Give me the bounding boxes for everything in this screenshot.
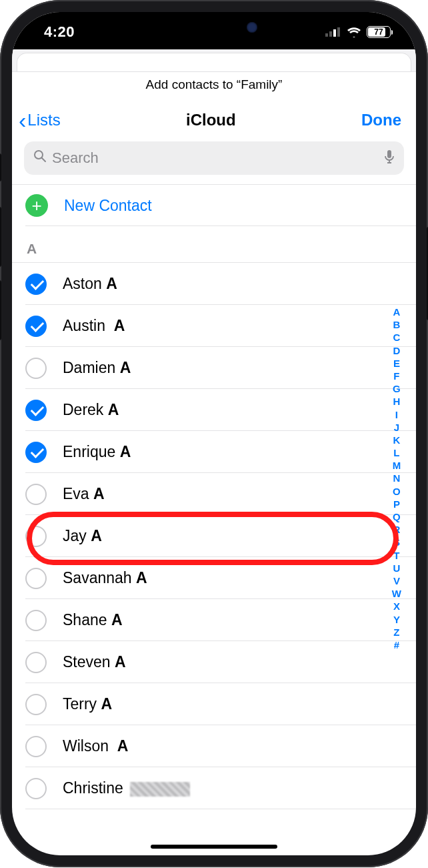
chevron-left-icon: ‹ <box>19 113 26 127</box>
index-letter[interactable]: P <box>393 498 400 510</box>
contacts-list: + New Contact A Aston AAustin ADamien AD… <box>12 184 416 809</box>
index-letter[interactable]: S <box>393 536 400 548</box>
plus-icon: + <box>25 194 48 217</box>
contact-row[interactable]: Damien A <box>12 347 416 389</box>
contact-name-label: Derek A <box>63 401 119 419</box>
status-right: 77 <box>325 26 391 38</box>
index-letter[interactable]: W <box>392 587 401 600</box>
checkmark-empty-icon[interactable] <box>25 778 47 799</box>
index-letter[interactable]: H <box>393 395 400 408</box>
dictate-icon[interactable] <box>384 149 395 167</box>
contact-row[interactable]: Austin A <box>12 305 416 347</box>
sheet-background-card <box>12 49 416 72</box>
index-letter[interactable]: D <box>393 344 400 357</box>
search-field[interactable]: Search <box>24 141 404 175</box>
camera-dot <box>247 22 257 33</box>
new-contact-row[interactable]: + New Contact <box>12 184 416 226</box>
contact-name-label: Steven A <box>63 653 126 671</box>
checkmark-selected-icon[interactable] <box>25 442 47 463</box>
index-letter[interactable]: O <box>393 485 401 498</box>
checkmark-empty-icon[interactable] <box>25 526 47 547</box>
checkmark-empty-icon[interactable] <box>25 568 47 589</box>
index-letter[interactable]: A <box>393 306 400 318</box>
index-letter[interactable]: Y <box>393 613 400 626</box>
index-letter[interactable]: C <box>393 331 400 344</box>
device-frame: 4:20 77 Add co <box>0 0 428 867</box>
index-letter[interactable]: V <box>393 574 400 587</box>
home-indicator[interactable] <box>151 845 277 849</box>
search-placeholder: Search <box>52 149 379 167</box>
index-letter[interactable]: X <box>393 600 400 612</box>
svg-line-5 <box>42 158 45 161</box>
index-letter[interactable]: F <box>393 370 399 382</box>
cellular-icon <box>325 27 341 37</box>
contact-name-label: Wilson A <box>63 737 128 755</box>
contact-name-label: Terry A <box>63 695 112 713</box>
side-button-silence <box>0 153 1 181</box>
checkmark-empty-icon[interactable] <box>25 736 47 757</box>
index-letter[interactable]: T <box>393 549 399 562</box>
index-letter[interactable]: Q <box>393 510 401 523</box>
battery-percent: 77 <box>374 27 383 37</box>
contact-row[interactable]: Eva A <box>12 473 416 515</box>
svg-rect-2 <box>333 29 336 37</box>
index-letter[interactable]: L <box>393 446 399 459</box>
contact-row[interactable]: Enrique A <box>12 431 416 473</box>
back-button[interactable]: ‹ Lists <box>19 111 61 129</box>
index-letter[interactable]: U <box>393 562 400 574</box>
index-letter[interactable]: N <box>393 472 400 484</box>
contact-row[interactable]: Aston A <box>12 263 416 305</box>
side-button-volume-up <box>0 207 1 267</box>
index-letter[interactable]: G <box>393 382 401 395</box>
alphabet-index[interactable]: ABCDEFGHIJKLMNOPQRSTUVWXYZ# <box>392 306 401 651</box>
contact-row[interactable]: Derek A <box>12 389 416 431</box>
wifi-icon <box>347 27 361 37</box>
contact-name-label: Aston A <box>63 275 117 293</box>
contact-row[interactable]: Terry A <box>12 683 416 725</box>
contact-row[interactable]: Savannah A <box>12 557 416 599</box>
contact-row[interactable]: Christine <box>12 767 416 809</box>
dynamic-island <box>157 13 271 41</box>
contact-name-label: Shane A <box>63 611 123 629</box>
checkmark-empty-icon[interactable] <box>25 610 47 631</box>
navigation-bar: ‹ Lists iCloud Done <box>12 107 416 141</box>
svg-rect-3 <box>337 27 340 37</box>
checkmark-selected-icon[interactable] <box>25 316 47 337</box>
sheet-title: Add contacts to “Family” <box>12 72 416 107</box>
contact-name-label: Damien A <box>63 359 131 377</box>
contact-row[interactable]: Steven A <box>12 641 416 683</box>
index-letter[interactable]: J <box>394 421 399 434</box>
checkmark-selected-icon[interactable] <box>25 274 47 295</box>
contact-name-label: Savannah A <box>63 569 147 587</box>
contact-row[interactable]: Wilson A <box>12 725 416 767</box>
index-letter[interactable]: M <box>393 459 401 472</box>
index-letter[interactable]: # <box>394 638 399 651</box>
battery-indicator: 77 <box>367 26 391 38</box>
search-icon <box>33 149 47 167</box>
index-letter[interactable]: R <box>393 523 400 536</box>
index-letter[interactable]: Z <box>393 626 399 638</box>
svg-rect-0 <box>325 33 328 37</box>
contact-row[interactable]: Jay A <box>12 515 416 557</box>
contact-row[interactable]: Shane A <box>12 599 416 641</box>
svg-point-4 <box>35 151 43 159</box>
section-header: A <box>12 226 416 263</box>
index-letter[interactable]: I <box>395 408 398 421</box>
contact-name-label: Christine <box>63 779 190 797</box>
obscured-text <box>130 782 190 797</box>
contact-name-label: Enrique A <box>63 443 131 461</box>
back-label: Lists <box>27 111 60 129</box>
checkmark-empty-icon[interactable] <box>25 652 47 673</box>
contact-name-label: Jay A <box>63 527 102 545</box>
contact-name-label: Austin A <box>63 317 125 335</box>
index-letter[interactable]: K <box>393 434 400 446</box>
status-time: 4:20 <box>44 23 75 41</box>
checkmark-empty-icon[interactable] <box>25 358 47 379</box>
svg-rect-1 <box>329 31 332 37</box>
index-letter[interactable]: B <box>393 318 400 331</box>
checkmark-empty-icon[interactable] <box>25 694 47 715</box>
done-button[interactable]: Done <box>361 111 401 129</box>
checkmark-empty-icon[interactable] <box>25 484 47 505</box>
index-letter[interactable]: E <box>393 357 400 370</box>
checkmark-selected-icon[interactable] <box>25 400 47 421</box>
